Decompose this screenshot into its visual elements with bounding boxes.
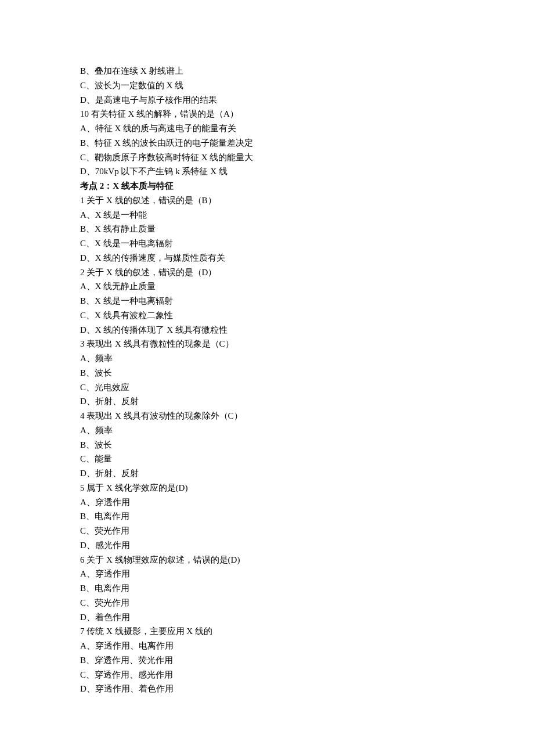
text-content: B、叠加在连续 X 射线谱上C、波长为一定数值的 X 线D、是高速电子与原子核作… xyxy=(80,64,459,696)
text-line: D、70kVp 以下不产生钨 k 系特征 X 线 xyxy=(80,164,459,179)
text-line: B、X 线有静止质量 xyxy=(80,222,459,236)
text-line: D、折射、反射 xyxy=(80,394,459,409)
text-line: B、叠加在连续 X 射线谱上 xyxy=(80,64,459,78)
text-line: D、着色作用 xyxy=(80,610,459,625)
text-line: D、X 线的传播速度，与媒质性质有关 xyxy=(80,251,459,265)
text-line: 10 有关特征 X 线的解释，错误的是（A） xyxy=(80,107,459,121)
text-line: C、波长为一定数值的 X 线 xyxy=(80,78,459,93)
text-line: 3 表现出 X 线具有微粒性的现象是（C） xyxy=(80,337,459,351)
text-line: A、特征 X 线的质与高速电子的能量有关 xyxy=(80,121,459,136)
text-line: C、荧光作用 xyxy=(80,596,459,610)
text-line: 5 属于 X 线化学效应的是(D) xyxy=(80,481,459,495)
text-line: B、电离作用 xyxy=(80,509,459,524)
text-line: D、感光作用 xyxy=(80,538,459,553)
text-line: B、波长 xyxy=(80,366,459,380)
text-line: A、穿透作用、电离作用 xyxy=(80,639,459,653)
text-line: C、能量 xyxy=(80,452,459,466)
text-line: B、X 线是一种电离辐射 xyxy=(80,294,459,308)
text-line: D、穿透作用、着色作用 xyxy=(80,682,459,696)
text-line: 6 关于 X 线物理效应的叙述，错误的是(D) xyxy=(80,553,459,567)
text-line: B、电离作用 xyxy=(80,581,459,596)
section-heading: 考点 2：X 线本质与特征 xyxy=(80,179,459,193)
text-line: B、穿透作用、荧光作用 xyxy=(80,653,459,668)
text-line: 1 关于 X 线的叙述，错误的是（B） xyxy=(80,193,459,208)
text-line: D、折射、反射 xyxy=(80,466,459,481)
text-line: D、是高速电子与原子核作用的结果 xyxy=(80,93,459,107)
text-line: 2 关于 X 线的叙述，错误的是（D） xyxy=(80,265,459,280)
text-line: A、X 线是一种能 xyxy=(80,208,459,222)
text-line: C、X 线具有波粒二象性 xyxy=(80,308,459,323)
text-line: A、频率 xyxy=(80,423,459,438)
text-line: C、靶物质原子序数较高时特征 X 线的能量大 xyxy=(80,150,459,165)
text-line: C、穿透作用、感光作用 xyxy=(80,668,459,682)
text-line: B、特征 X 线的波长由跃迁的电子能量差决定 xyxy=(80,136,459,150)
text-line: B、波长 xyxy=(80,438,459,452)
document-page: B、叠加在连续 X 射线谱上C、波长为一定数值的 X 线D、是高速电子与原子核作… xyxy=(0,0,534,756)
text-line: 4 表现出 X 线具有波动性的现象除外（C） xyxy=(80,409,459,423)
text-line: C、X 线是一种电离辐射 xyxy=(80,236,459,251)
text-line: C、光电效应 xyxy=(80,380,459,395)
text-line: 7 传统 X 线摄影，主要应用 X 线的 xyxy=(80,624,459,639)
text-line: A、穿透作用 xyxy=(80,495,459,510)
text-line: D、X 线的传播体现了 X 线具有微粒性 xyxy=(80,323,459,337)
text-line: A、频率 xyxy=(80,351,459,366)
text-line: A、穿透作用 xyxy=(80,567,459,581)
text-line: A、X 线无静止质量 xyxy=(80,279,459,294)
text-line: C、荧光作用 xyxy=(80,524,459,538)
